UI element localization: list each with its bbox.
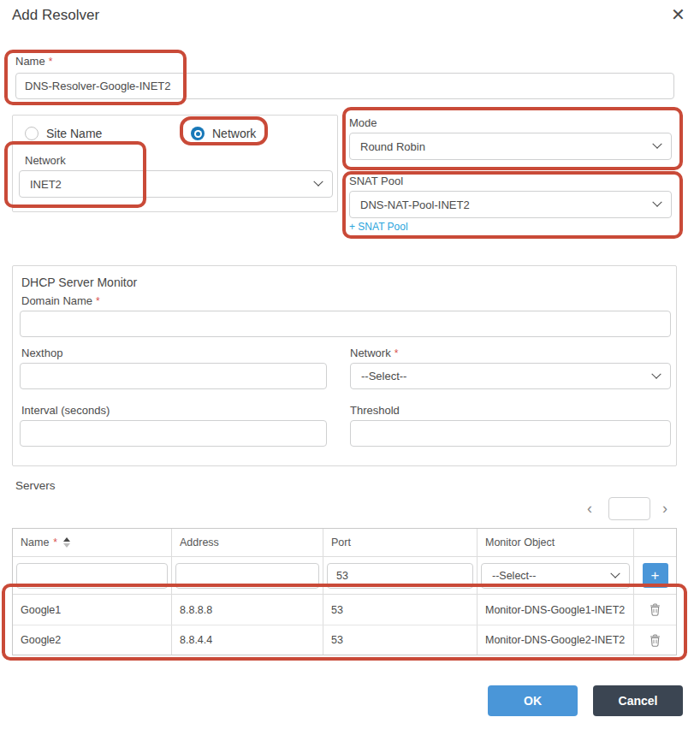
close-icon[interactable]: ✕ [671, 6, 685, 23]
server-port-cell: 53 [323, 625, 478, 655]
site-name-radio[interactable]: Site Name [25, 127, 102, 140]
column-header-actions [634, 529, 676, 556]
server-port-cell: 53 [323, 595, 478, 625]
column-header-address[interactable]: Address [172, 529, 323, 556]
trash-icon [650, 603, 661, 616]
threshold-input[interactable] [350, 420, 671, 447]
new-server-monitor-select[interactable]: --Select-- [481, 563, 630, 589]
table-filter-row: --Select-- + [13, 557, 676, 595]
add-resolver-dialog: Add Resolver ✕ Name* Site Name Network N… [0, 0, 700, 735]
network-select-label: Network [25, 154, 66, 167]
dialog-title: Add Resolver [12, 7, 99, 24]
network-select-value: INET2 [30, 178, 62, 191]
required-asterisk: * [49, 56, 53, 68]
interval-label: Interval (seconds) [21, 404, 110, 417]
new-server-address-input[interactable] [175, 563, 319, 589]
mode-label: Mode [349, 116, 377, 129]
prev-page-icon[interactable]: ‹ [587, 501, 592, 516]
nexthop-input[interactable] [20, 363, 327, 389]
ok-button[interactable]: OK [488, 685, 578, 716]
chevron-down-icon [652, 198, 661, 207]
servers-title: Servers [15, 479, 56, 492]
snat-pool-select[interactable]: DNS-NAT-Pool-INET2 [349, 191, 672, 218]
radio-selected-icon[interactable] [191, 127, 205, 140]
delete-server-button[interactable] [648, 602, 662, 618]
new-server-monitor-value: --Select-- [492, 570, 536, 582]
network-select[interactable]: INET2 [19, 170, 333, 198]
chevron-down-icon [313, 177, 323, 187]
page-number-input[interactable] [608, 497, 650, 520]
trash-icon [650, 634, 661, 647]
dhcp-monitor-title: DHCP Server Monitor [21, 276, 137, 289]
column-header-monitor-object[interactable]: Monitor Object [478, 529, 634, 556]
dhcp-network-select[interactable]: --Select-- [350, 363, 671, 389]
server-monitor-cell: Monitor-DNS-Google2-INET2 [478, 625, 634, 655]
table-header-row: Name* Address Port Monitor Object [13, 529, 676, 557]
sort-asc-icon[interactable] [63, 537, 70, 548]
required-asterisk: * [53, 536, 57, 548]
snat-pool-select-value: DNS-NAT-Pool-INET2 [360, 199, 470, 211]
nexthop-label: Nexthop [21, 347, 62, 359]
chevron-down-icon [651, 369, 661, 378]
add-server-button[interactable]: + [643, 563, 668, 588]
interval-input[interactable] [20, 420, 327, 447]
site-name-radio-label: Site Name [46, 127, 102, 140]
table-row[interactable]: Google2 8.8.4.4 53 Monitor-DNS-Google2-I… [13, 625, 676, 655]
column-header-name[interactable]: Name* [13, 529, 172, 556]
dhcp-network-select-value: --Select-- [361, 370, 406, 382]
add-snat-pool-link[interactable]: + SNAT Pool [349, 221, 408, 233]
next-page-icon[interactable]: › [662, 501, 667, 516]
server-address-cell: 8.8.4.4 [172, 625, 323, 655]
domain-name-label: Domain Name* [21, 294, 100, 307]
server-name-cell: Google1 [13, 595, 172, 625]
dhcp-network-label: Network* [350, 347, 398, 359]
new-server-port-input[interactable] [327, 563, 473, 589]
required-asterisk: * [96, 295, 100, 307]
dhcp-monitor-group: DHCP Server Monitor Domain Name* Nexthop… [12, 265, 677, 466]
radio-unselected-icon[interactable] [25, 127, 39, 140]
snat-pool-label: SNAT Pool [349, 175, 403, 187]
required-asterisk: * [394, 347, 399, 359]
network-radio-label: Network [212, 127, 256, 140]
new-server-name-input[interactable] [16, 563, 168, 589]
delete-server-button[interactable] [648, 632, 662, 649]
server-address-cell: 8.8.8.8 [172, 595, 323, 625]
column-header-port[interactable]: Port [323, 529, 478, 556]
domain-name-input[interactable] [20, 311, 671, 337]
mode-select-value: Round Robin [360, 140, 425, 153]
name-label: Name* [15, 55, 52, 68]
target-selection-group: Site Name Network Network INET2 [12, 115, 338, 212]
chevron-down-icon [610, 568, 620, 578]
server-name-cell: Google2 [13, 625, 172, 655]
threshold-label: Threshold [350, 404, 400, 417]
servers-table: Name* Address Port Monitor Object --Sele… [12, 528, 677, 655]
table-row[interactable]: Google1 8.8.8.8 53 Monitor-DNS-Google1-I… [13, 595, 676, 625]
chevron-down-icon [652, 139, 661, 149]
mode-select[interactable]: Round Robin [349, 133, 672, 160]
name-input[interactable] [15, 73, 674, 99]
cancel-button[interactable]: Cancel [593, 685, 683, 716]
server-monitor-cell: Monitor-DNS-Google1-INET2 [478, 595, 634, 625]
network-radio[interactable]: Network [191, 127, 256, 140]
